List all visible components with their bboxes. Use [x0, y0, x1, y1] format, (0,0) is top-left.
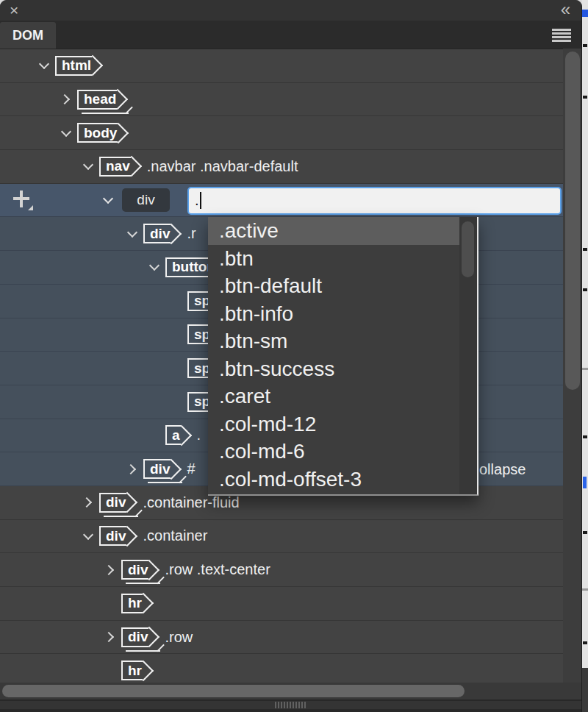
autocomplete-item[interactable]: .btn-success	[208, 355, 477, 383]
tag-text: div	[128, 629, 148, 645]
element-tag[interactable]: nav	[99, 157, 131, 177]
tag-text: div	[150, 226, 170, 242]
element-classes: .r	[187, 225, 196, 242]
element-classes: .	[197, 427, 201, 444]
element-tag[interactable]: hr	[121, 594, 143, 613]
autocomplete-item[interactable]: .btn	[208, 245, 477, 273]
chevron-spacer	[171, 363, 182, 374]
autocomplete-item[interactable]: .col-md-12	[208, 410, 477, 438]
dropdown-scrollbar-track[interactable]	[459, 217, 477, 494]
text-caret	[200, 192, 201, 209]
chevron-down-icon[interactable]	[39, 60, 49, 71]
autocomplete-item[interactable]: .active	[208, 217, 477, 245]
element-tag[interactable]: head	[77, 90, 117, 110]
element-id: #	[187, 460, 195, 477]
close-icon[interactable]: ×	[10, 1, 18, 20]
autocomplete-item[interactable]: .caret	[208, 382, 477, 410]
dom-panel: × « DOM html head body nav .navbar .navb…	[0, 0, 582, 712]
tag-text: nav	[106, 158, 130, 174]
collapse-panel-icon[interactable]: «	[561, 0, 571, 20]
element-tag[interactable]: html	[55, 56, 92, 76]
vertical-scrollbar-track[interactable]	[563, 49, 582, 683]
element-tag[interactable]: div	[143, 459, 171, 479]
autocomplete-item[interactable]: .col-md-6	[208, 438, 477, 466]
element-tag[interactable]: body	[77, 123, 118, 143]
autocomplete-item[interactable]: .btn-info	[208, 300, 477, 328]
background-artifact	[583, 44, 587, 47]
background-artifact	[583, 435, 587, 438]
chevron-spacer	[105, 666, 115, 676]
element-tag[interactable]: div	[143, 224, 171, 243]
tag-text: hr	[128, 663, 142, 679]
tree-row-html[interactable]: html	[0, 49, 563, 83]
element-tag[interactable]: div	[121, 627, 148, 647]
panel-titlebar: × «	[0, 0, 581, 21]
new-element-row[interactable]: div .	[0, 184, 563, 218]
element-tag[interactable]: div	[99, 493, 126, 513]
tag-text: head	[84, 91, 116, 107]
tag-text: html	[62, 57, 91, 74]
tree-row-row-text-center[interactable]: div .row .text-center	[0, 553, 563, 587]
chevron-spacer	[105, 598, 115, 608]
chevron-right-icon[interactable]	[61, 94, 71, 104]
tag-text: div	[150, 461, 170, 477]
chevron-right-icon[interactable]	[127, 464, 137, 474]
panel-bottom-edge	[0, 709, 582, 712]
chevron-right-icon[interactable]	[105, 632, 115, 642]
chevron-down-icon[interactable]	[103, 195, 113, 205]
tag-text: a	[172, 427, 180, 444]
tree-row-nav[interactable]: nav .navbar .navbar-default	[0, 150, 563, 184]
background-artifact	[583, 641, 587, 644]
element-tag[interactable]: div	[121, 560, 148, 580]
tree-row-hr[interactable]: hr	[0, 587, 563, 621]
background-page-sliver	[582, 0, 588, 712]
chevron-spacer	[149, 430, 159, 441]
chevron-down-icon[interactable]	[83, 531, 93, 541]
panel-tabbar: DOM	[0, 21, 581, 49]
chevron-right-icon[interactable]	[83, 497, 93, 508]
background-artifact	[583, 531, 587, 534]
chevron-down-icon[interactable]	[127, 229, 137, 239]
element-tag[interactable]: div	[99, 526, 126, 546]
autocomplete-item[interactable]: .btn-sm	[208, 327, 477, 355]
panel-resize-bar[interactable]	[0, 701, 582, 709]
tab-dom[interactable]: DOM	[0, 22, 56, 49]
horizontal-scrollbar-track[interactable]	[0, 683, 582, 699]
chevron-down-icon[interactable]	[149, 262, 159, 272]
autocomplete-item[interactable]: .col-md-offset-3	[208, 466, 477, 494]
background-artifact	[582, 668, 588, 712]
background-artifact	[583, 96, 587, 99]
element-tag[interactable]: hr	[121, 661, 143, 680]
element-classes: .row	[165, 629, 193, 646]
autocomplete-item[interactable]: .btn-default	[208, 272, 477, 300]
chevron-right-icon[interactable]	[105, 565, 115, 575]
vertical-scrollbar-thumb[interactable]	[565, 51, 580, 390]
background-artifact	[583, 477, 587, 488]
chevron-down-icon[interactable]	[83, 161, 93, 171]
background-artifact	[583, 248, 587, 251]
tag-text: hr	[128, 595, 142, 611]
tree-row-body[interactable]: body	[0, 116, 563, 150]
tree-row-row[interactable]: div .row	[0, 621, 563, 655]
tag-text: div	[128, 562, 148, 578]
chevron-spacer	[171, 296, 182, 306]
background-artifact	[582, 10, 588, 17]
class-id-input[interactable]: .	[187, 187, 562, 215]
tree-row-container[interactable]: div .container	[0, 520, 563, 554]
dropdown-scrollbar-thumb[interactable]	[462, 221, 474, 277]
tree-row-head[interactable]: head	[0, 83, 563, 117]
horizontal-scrollbar-thumb[interactable]	[2, 685, 465, 697]
chevron-down-icon[interactable]	[61, 128, 71, 138]
background-artifact	[583, 288, 587, 291]
tag-name-chip[interactable]: div	[122, 188, 170, 212]
panel-menu-icon[interactable]	[552, 29, 571, 42]
autocomplete-dropdown: .active .btn .btn-default .btn-info .btn…	[208, 217, 478, 496]
tree-row-hr[interactable]: hr	[0, 654, 563, 683]
element-tag[interactable]: a	[165, 425, 181, 445]
add-element-icon[interactable]	[12, 190, 32, 210]
element-classes: .row .text-center	[165, 561, 270, 578]
element-classes-suffix: ollapse	[479, 460, 526, 477]
tag-text: body	[84, 125, 117, 141]
resize-grip-icon[interactable]	[275, 702, 307, 708]
element-classes: .container	[143, 527, 207, 544]
